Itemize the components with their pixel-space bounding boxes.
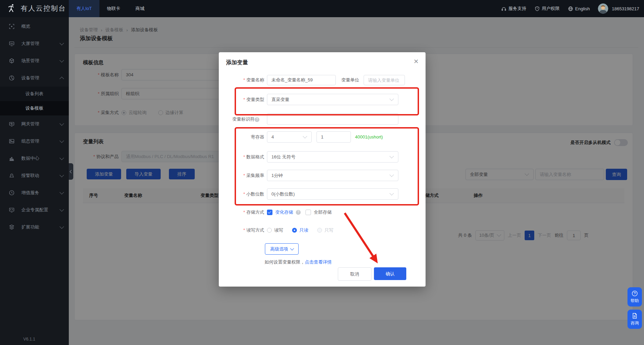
view-details-link[interactable]: 点击查看详情 [305, 259, 332, 265]
globe-icon [568, 6, 573, 11]
storage-mode-options: 变化存储 ? 全部存储 [267, 210, 332, 215]
register-hint: 40001(ushort) [355, 131, 383, 143]
sidebar-item-device-template[interactable]: 设备模板 [0, 101, 69, 115]
full-storage-label: 全部存储 [314, 209, 332, 215]
chevron-down-icon [60, 41, 64, 45]
identifier-label-text: 变量标识符 [232, 116, 255, 122]
gateway-icon [9, 121, 14, 127]
change-storage-checkbox[interactable] [267, 210, 272, 215]
document-icon [632, 313, 638, 319]
advanced-options-button[interactable]: 高级选项 [265, 243, 299, 255]
chevron-down-icon [60, 121, 64, 126]
support-label: 服务支持 [508, 5, 526, 12]
floating-help-widget: 帮助 咨询 [627, 287, 642, 329]
bar-chart-icon [9, 156, 14, 161]
data-format-select[interactable]: 16位 无符号 [267, 151, 398, 163]
sidebar-item-label: 报警联动 [21, 172, 60, 179]
chevron-left-icon [70, 170, 73, 173]
sidebar-item-scene-mgmt[interactable]: 场景管理 [0, 52, 69, 69]
register-select[interactable]: 4 [267, 131, 312, 143]
decimal-places-label: 小数位数 [219, 188, 264, 200]
headset-icon [501, 6, 506, 11]
sidebar-item-screen-mgmt[interactable]: 大屏管理 [0, 35, 69, 52]
radio-label: 只写 [324, 227, 333, 233]
tab-sim-card[interactable]: 物联卡 [99, 0, 128, 17]
sidebar-item-hmi-mgmt[interactable]: 组态管理 [0, 133, 69, 150]
tab-iot[interactable]: 有人IoT [69, 0, 99, 17]
decimal-places-select[interactable]: 0(小数位数) [267, 188, 398, 200]
collect-frequency-value: 1分钟 [271, 172, 283, 179]
rw-mode-options: 读写 只读 只写 [267, 227, 333, 233]
sidebar-item-value-added-services[interactable]: 增值服务 [0, 184, 69, 201]
sidebar-item-data-center[interactable]: 数据中心 [0, 150, 69, 167]
sidebar-item-label: 企业专属配置 [21, 207, 60, 213]
full-storage-checkbox[interactable] [305, 210, 311, 215]
close-icon[interactable]: ✕ [414, 58, 419, 65]
logo-icon [6, 3, 17, 13]
sidebar-item-enterprise-config[interactable]: 企业专属配置 [0, 201, 69, 219]
help-circle-icon[interactable]: ? [255, 117, 259, 122]
chevron-down-icon [389, 172, 394, 177]
topbar-right: 服务支持 用户权限 English 18653198217 [501, 0, 639, 17]
chevron-down-icon [389, 154, 394, 158]
language-label: English [575, 6, 590, 11]
variable-unit-label: 变量单位 [318, 75, 359, 85]
sidebar-item-label: 场景管理 [21, 58, 60, 64]
confirm-button[interactable]: 确认 [374, 267, 406, 280]
sidebar-item-label: 网关管理 [21, 121, 60, 127]
sidebar-item-overview[interactable]: 概览 [0, 18, 69, 35]
sidebar-item-label: 增值服务 [21, 190, 60, 196]
topbar: 有人云控制台 有人IoT 物联卡 商城 服务支持 用户权限 English [0, 0, 644, 17]
account-menu[interactable]: 18653198217 [598, 3, 639, 14]
radio-label: 读写 [274, 227, 283, 233]
cancel-button[interactable]: 取消 [338, 267, 372, 281]
consult-button[interactable]: 咨询 [627, 310, 642, 329]
radio-read-only[interactable]: 只读 [292, 227, 308, 233]
sidebar-collapse-handle[interactable] [69, 163, 73, 180]
overview-icon [9, 24, 14, 29]
language-switch[interactable]: English [568, 6, 590, 11]
decimal-places-value: 0(小数位数) [271, 191, 295, 197]
pie-chart-icon [9, 75, 14, 81]
sidebar-item-alarm-linkage[interactable]: 报警联动 [0, 167, 69, 184]
avatar [598, 3, 608, 14]
sidebar-item-gateway-mgmt[interactable]: 网关管理 [0, 115, 69, 133]
top-tabs: 有人IoT 物联卡 商城 [69, 0, 152, 17]
tab-mall[interactable]: 商城 [128, 0, 152, 17]
version-label: V6.1.1 [0, 337, 58, 342]
modal-title: 添加变量 [226, 59, 248, 66]
sidebar: 概览 大屏管理 场景管理 设备管理 设备列表 设备模板 网关管理 组态管理 数据… [0, 17, 69, 345]
sidebar-item-extensions[interactable]: 扩展功能 [0, 219, 69, 236]
logo: 有人云控制台 [6, 3, 66, 13]
variable-name-label: 变量名称 [219, 75, 264, 85]
sidebar-item-label: 组态管理 [21, 138, 60, 144]
app-title: 有人云控制台 [21, 4, 66, 13]
chevron-up-icon [60, 77, 64, 81]
identifier-input[interactable] [267, 113, 398, 125]
help-circle-icon[interactable]: ? [296, 210, 301, 215]
storage-mode-label: 存储方式 [219, 210, 264, 215]
chevron-down-icon [389, 97, 394, 101]
help-button[interactable]: 帮助 [627, 287, 642, 307]
register-address-input[interactable] [316, 131, 351, 143]
radio-label: 只读 [299, 227, 308, 233]
device-mgmt-submenu: 设备列表 设备模板 [0, 87, 69, 115]
variable-type-select[interactable]: 直采变量 [267, 94, 398, 105]
radio-read-write[interactable]: 读写 [267, 227, 283, 233]
sidebar-item-label: 设备管理 [21, 75, 60, 81]
support-menu[interactable]: 服务支持 [501, 5, 526, 12]
consult-label: 咨询 [631, 320, 639, 326]
variable-unit-input[interactable] [364, 75, 405, 85]
image-icon [9, 138, 14, 144]
sidebar-item-device-mgmt[interactable]: 设备管理 [0, 69, 69, 87]
identifier-label: 变量标识符? [219, 113, 259, 125]
sidebar-item-label: 数据中心 [21, 155, 60, 162]
collect-frequency-label: 采集频率 [219, 170, 264, 181]
permissions-menu[interactable]: 用户权限 [535, 5, 560, 12]
cube-icon [9, 58, 14, 64]
monitor-code-icon [9, 207, 14, 213]
sidebar-item-device-list[interactable]: 设备列表 [0, 87, 69, 101]
collect-frequency-select[interactable]: 1分钟 [267, 170, 398, 181]
permission-help-text: 如何设置变量权限，点击查看详情 [265, 259, 332, 265]
register-label: 寄存器 [219, 131, 264, 143]
